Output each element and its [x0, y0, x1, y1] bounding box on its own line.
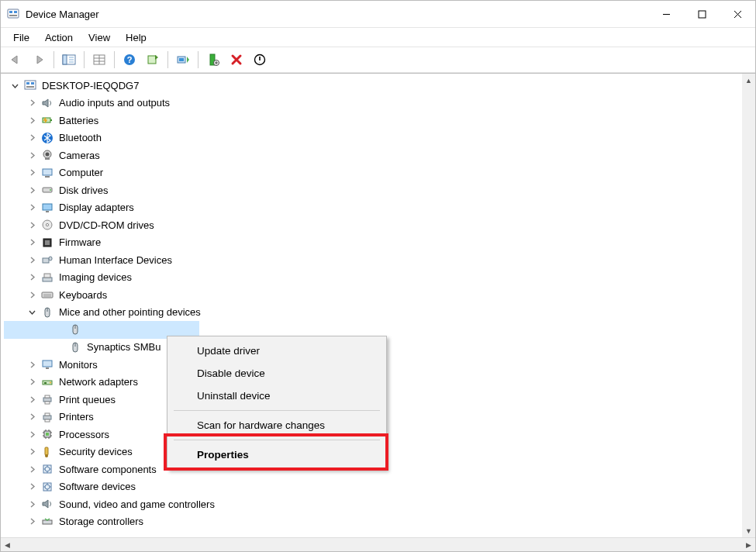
expand-icon[interactable]: [27, 377, 37, 387]
collapse-icon[interactable]: [10, 81, 20, 91]
tree-node-label: Batteries: [59, 115, 98, 126]
expand-icon[interactable]: [27, 395, 37, 405]
expand-icon[interactable]: [27, 290, 37, 300]
menu-help[interactable]: Help: [118, 30, 154, 45]
tree-node-label: Audio inputs and outputs: [59, 97, 170, 109]
svg-rect-22: [25, 81, 36, 89]
expand-icon[interactable]: [27, 430, 37, 440]
back-button[interactable]: [5, 50, 26, 70]
ctx-disable-device[interactable]: Disable device: [169, 362, 385, 385]
maximize-button[interactable]: [684, 1, 720, 27]
cpu-icon: [40, 427, 54, 441]
category-software[interactable]: Software devices: [4, 478, 742, 496]
add-legacy-hw-button[interactable]: [203, 50, 223, 70]
expand-icon[interactable]: [27, 133, 37, 143]
app-icon: [7, 8, 19, 20]
expander-placeholder: [55, 342, 65, 352]
ctx-uninstall-device[interactable]: Uninstall device: [169, 385, 385, 407]
expand-icon[interactable]: [27, 447, 37, 457]
menu-action[interactable]: Action: [37, 30, 81, 45]
tree-node-label: Sound, video and game controllers: [59, 499, 215, 510]
svg-rect-62: [45, 402, 50, 404]
ctx-scan-hardware[interactable]: Scan for hardware changes: [169, 414, 385, 436]
svg-rect-65: [45, 419, 50, 422]
category-keyboard[interactable]: Keyboards: [4, 286, 742, 304]
tree-node-label: Synaptics SMBu: [87, 341, 161, 353]
expand-icon[interactable]: [27, 481, 37, 492]
minimize-button[interactable]: [648, 1, 684, 27]
speaker-icon: [40, 96, 54, 110]
category-mouse[interactable]: Mice and other pointing devices: [4, 304, 742, 322]
window-title: Device Manager: [26, 9, 648, 20]
horizontal-scrollbar[interactable]: ◀ ▶: [1, 537, 755, 551]
expand-icon[interactable]: [27, 464, 37, 474]
category-speaker[interactable]: Audio inputs and outputs: [4, 95, 742, 112]
category-imaging[interactable]: Imaging devices: [4, 269, 742, 287]
expand-icon[interactable]: [27, 185, 37, 195]
expand-icon[interactable]: [27, 360, 37, 370]
svg-rect-23: [26, 82, 29, 85]
properties-grid-button[interactable]: [89, 50, 109, 70]
svg-rect-45: [44, 274, 50, 278]
expand-icon[interactable]: [27, 150, 37, 160]
scroll-left-icon[interactable]: ◀: [1, 541, 14, 549]
category-firmware[interactable]: Firmware: [4, 234, 742, 252]
tree-root[interactable]: DESKTOP-IEQQDG7: [4, 77, 742, 95]
expand-icon[interactable]: [27, 412, 37, 422]
disable-button[interactable]: [250, 50, 270, 70]
uninstall-button[interactable]: [226, 50, 247, 70]
device-manager-window: Device Manager File Action View Help: [0, 0, 756, 552]
category-dvd[interactable]: DVD/CD-ROM drives: [4, 216, 742, 234]
svg-rect-4: [699, 11, 706, 18]
expand-icon[interactable]: [27, 220, 37, 230]
expand-icon[interactable]: [27, 167, 37, 178]
category-battery[interactable]: Batteries: [4, 112, 742, 129]
printer-icon: [40, 392, 54, 406]
forward-button[interactable]: [29, 50, 49, 70]
tree-node-label: Display adapters: [59, 202, 134, 213]
help-button[interactable]: ?: [119, 50, 140, 70]
expand-icon[interactable]: [27, 116, 37, 126]
category-speaker[interactable]: Sound, video and game controllers: [4, 495, 742, 513]
scan-button[interactable]: [143, 50, 163, 70]
svg-rect-16: [148, 56, 156, 64]
category-disk[interactable]: Disk drives: [4, 181, 742, 199]
scroll-down-icon[interactable]: ▼: [742, 524, 755, 537]
svg-point-69: [45, 454, 48, 457]
display-icon: [40, 201, 54, 215]
menu-file[interactable]: File: [5, 30, 37, 45]
tree-node-label: Cameras: [59, 150, 100, 161]
close-button[interactable]: [720, 1, 755, 27]
expand-icon[interactable]: [27, 272, 37, 282]
expand-icon[interactable]: [27, 255, 37, 265]
update-driver-button[interactable]: [173, 50, 193, 70]
category-display[interactable]: Display adapters: [4, 199, 742, 217]
expand-icon[interactable]: [27, 499, 37, 509]
category-storage[interactable]: Storage controllers: [4, 513, 742, 531]
ctx-properties[interactable]: Properties: [169, 443, 385, 466]
show-hide-tree-button[interactable]: [59, 50, 79, 70]
category-computer[interactable]: Computer: [4, 164, 742, 182]
svg-rect-67: [46, 433, 49, 436]
svg-rect-25: [26, 86, 34, 88]
ctx-update-driver[interactable]: Update driver: [169, 340, 385, 362]
tree-node-label: DVD/CD-ROM drives: [59, 219, 154, 231]
expand-icon[interactable]: [27, 202, 37, 212]
scroll-up-icon[interactable]: ▲: [742, 74, 755, 87]
collapse-icon[interactable]: [27, 307, 37, 317]
category-hid[interactable]: Human Interface Devices: [4, 251, 742, 269]
category-camera[interactable]: Cameras: [4, 147, 742, 164]
vertical-scrollbar[interactable]: ▲ ▼: [742, 74, 755, 537]
expand-icon[interactable]: [27, 98, 37, 108]
svg-rect-41: [45, 240, 50, 245]
expand-icon[interactable]: [27, 516, 37, 526]
monitor-icon: [40, 357, 54, 371]
scroll-right-icon[interactable]: ▶: [742, 541, 755, 549]
titlebar[interactable]: Device Manager: [1, 1, 755, 28]
menu-view[interactable]: View: [81, 30, 118, 45]
svg-rect-44: [43, 278, 52, 281]
svg-point-39: [46, 224, 48, 226]
expand-icon[interactable]: [27, 237, 37, 247]
tree-node-label: Network adapters: [59, 376, 138, 388]
category-bluetooth[interactable]: Bluetooth: [4, 129, 742, 147]
